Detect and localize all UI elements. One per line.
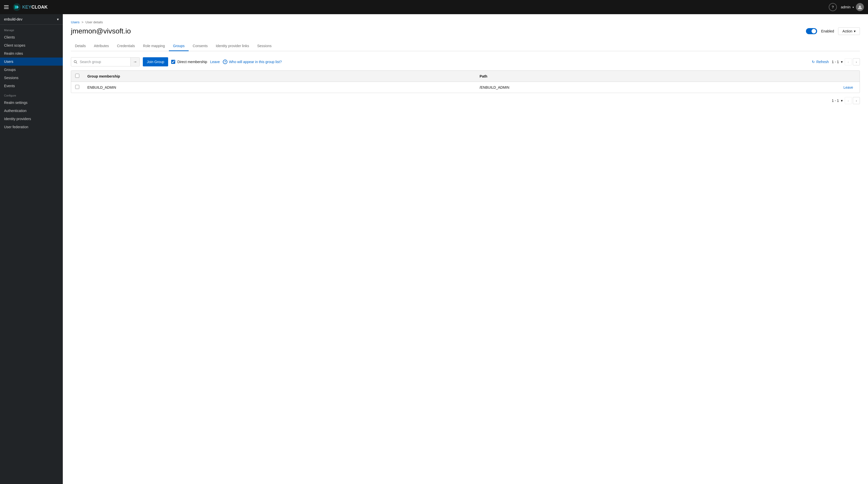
sidebar-item-events[interactable]: Events [0,82,63,90]
sidebar-item-identity-providers[interactable]: Identity providers [0,115,63,123]
main-content: Users > User details jmemon@vivsoft.io E… [63,14,868,484]
sidebar-item-users[interactable]: Users [0,58,63,66]
table-row: ENBUILD_ADMIN /ENBUILD_ADMIN Leave [71,82,860,93]
page-header-actions: Enabled Action ▾ [806,27,860,35]
logo-text: KEYCLOAK [22,5,48,10]
sidebar-item-authentication[interactable]: Authentication [0,107,63,115]
breadcrumb-separator: > [82,20,84,24]
breadcrumb-current: User details [86,20,103,24]
breadcrumb: Users > User details [71,20,860,24]
svg-line-5 [76,63,77,64]
configure-section-label: Configure [0,90,63,98]
hamburger-menu[interactable] [4,5,9,9]
manage-section-label: Manage [0,25,63,33]
search-icon [71,60,80,64]
search-input[interactable] [80,60,130,64]
sidebar-item-sessions[interactable]: Sessions [0,74,63,82]
action-label: Action [842,29,852,33]
tab-consents[interactable]: Consents [189,41,212,51]
pagination-nav: ‹ › [845,58,860,65]
col-group-membership: Group membership [83,71,475,82]
search-group-field[interactable]: → [71,57,140,66]
refresh-label: Refresh [816,60,829,64]
user-name-label: admin [841,5,850,9]
avatar [856,3,864,11]
tabs: Details Attributes Credentials Role mapp… [71,41,860,51]
sidebar-item-user-federation[interactable]: User federation [0,123,63,131]
page-header: jmemon@vivsoft.io Enabled Action ▾ [71,27,860,35]
pagination-chevron-icon[interactable]: ▾ [841,60,843,64]
col-path: Path [475,71,839,82]
navbar: KEYCLOAK ? admin ▾ [0,0,868,14]
pagination-text: 1 - 1 [832,60,839,64]
tab-identity-provider-links[interactable]: Identity provider links [212,41,253,51]
bottom-pagination-nav: ‹ › [845,97,860,104]
groups-toolbar: → Join Group Direct membership Leave ? W… [71,57,860,66]
sidebar-item-client-scopes[interactable]: Client scopes [0,41,63,50]
sidebar-item-realm-roles[interactable]: Realm roles [0,50,63,58]
bottom-pagination-chevron-icon[interactable]: ▾ [841,98,843,103]
path-cell: /ENBUILD_ADMIN [475,82,839,93]
select-all-checkbox[interactable] [75,74,79,78]
who-will-appear-label: Who will appear in this group list? [229,60,282,64]
tab-details[interactable]: Details [71,41,90,51]
bottom-next-page-button[interactable]: › [853,97,860,104]
breadcrumb-users-link[interactable]: Users [71,20,80,24]
join-group-button[interactable]: Join Group [143,57,168,66]
enabled-toggle[interactable] [806,28,817,34]
next-page-button[interactable]: › [853,58,860,65]
tab-role-mapping[interactable]: Role mapping [139,41,169,51]
row-checkbox[interactable] [75,85,79,89]
refresh-icon: ↻ [812,60,815,64]
bottom-pagination: 1 - 1 ▾ ‹ › [71,97,860,104]
tab-credentials[interactable]: Credentials [113,41,139,51]
tab-groups[interactable]: Groups [169,41,189,51]
tab-sessions[interactable]: Sessions [253,41,276,51]
refresh-button[interactable]: ↻ Refresh [812,60,829,64]
leave-link[interactable]: Leave [210,60,220,64]
enabled-label: Enabled [821,29,834,33]
tab-attributes[interactable]: Attributes [90,41,113,51]
pagination-info: 1 - 1 ▾ ‹ › [832,58,860,65]
svg-point-3 [859,6,861,8]
keycloak-logo[interactable]: KEYCLOAK [13,3,48,11]
arrow-right-icon: → [133,60,137,64]
help-button[interactable]: ? [829,3,837,11]
action-button[interactable]: Action ▾ [838,27,860,35]
bottom-prev-page-button[interactable]: ‹ [845,97,852,104]
help-icon: ? [832,5,834,9]
direct-membership-checkbox[interactable] [171,60,175,64]
who-will-appear-link[interactable]: ? Who will appear in this group list? [223,60,282,64]
prev-page-button[interactable]: ‹ [845,58,852,65]
action-chevron-icon: ▾ [854,29,856,33]
user-chevron-icon: ▾ [852,6,854,9]
sidebar-item-clients[interactable]: Clients [0,33,63,41]
sidebar: enbuild-dev ▾ Manage Clients Client scop… [0,14,63,484]
sidebar-item-groups[interactable]: Groups [0,66,63,74]
bottom-pagination-text: 1 - 1 [832,98,839,103]
user-menu[interactable]: admin ▾ [841,3,864,11]
sidebar-item-realm-settings[interactable]: Realm settings [0,98,63,107]
page-title: jmemon@vivsoft.io [71,27,131,35]
group-name-cell: ENBUILD_ADMIN [83,82,475,93]
help-circle-icon: ? [223,60,227,64]
row-leave-link[interactable]: Leave [843,85,853,89]
direct-membership-toggle[interactable]: Direct membership [171,60,207,64]
realm-selector[interactable]: enbuild-dev ▾ [0,14,63,25]
search-submit-button[interactable]: → [130,58,140,66]
groups-table: Group membership Path ENBUILD_ADMIN /ENB… [71,70,860,93]
direct-membership-label: Direct membership [177,60,207,64]
realm-chevron-icon: ▾ [57,17,59,21]
table-header-row: Group membership Path [71,71,860,82]
realm-name: enbuild-dev [4,17,22,21]
